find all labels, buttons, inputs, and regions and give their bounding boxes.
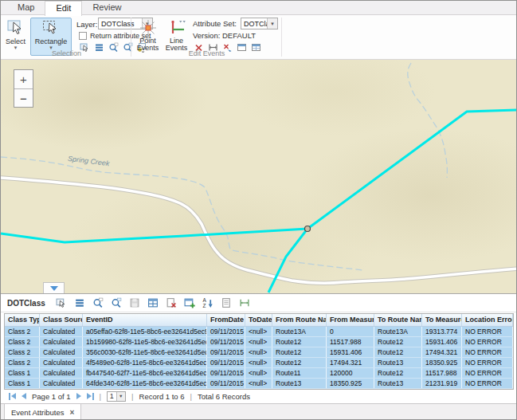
table-cell: Calculated: [40, 379, 83, 388]
column-header[interactable]: Location Error: [462, 314, 513, 326]
group-divider: [281, 18, 282, 57]
column-header[interactable]: From Measure: [327, 314, 374, 326]
route-event-northeast[interactable]: [307, 110, 517, 229]
column-header[interactable]: EventID: [83, 314, 207, 326]
table-cell: 0: [327, 327, 374, 336]
select-cursor-icon: [6, 18, 25, 37]
measure-icon[interactable]: [239, 297, 250, 308]
table-cell: Route12: [272, 347, 327, 357]
pan-to-selected-icon[interactable]: [111, 297, 122, 308]
tab-map[interactable]: Map: [7, 1, 45, 14]
table-cell: Class 2: [5, 337, 40, 347]
first-page-button[interactable]: [9, 393, 16, 400]
table-cell: fb447540-62f7-11e5-8bc6-ee32641d5ec9: [83, 368, 207, 378]
table-cell: 09/11/2015: [207, 337, 245, 347]
attribute-set-dropdown-arrow-icon[interactable]: ▼: [267, 18, 277, 29]
table-cell: 17494.321: [327, 358, 374, 367]
table-row[interactable]: Class 2Calculated4f5489e0-62f8-11e5-8bc6…: [5, 358, 513, 368]
selection-group-label: Selection: [17, 49, 116, 57]
table-cell: Route12: [272, 358, 327, 367]
route-junction-marker[interactable]: [305, 226, 311, 232]
creek-line: [1, 157, 363, 270]
next-page-button[interactable]: [76, 393, 81, 399]
table-cell: 64fde340-62f8-11e5-8bc6-ee32641d5ec9: [83, 379, 207, 388]
zoom-in-button[interactable]: +: [14, 70, 33, 88]
table-cell: <null>: [245, 347, 272, 357]
event-table: Class TypeClass SourceEventIDFromDateToD…: [4, 313, 514, 390]
table-cell: Class 2: [5, 327, 40, 336]
table-cell: 09/11/2015: [207, 327, 245, 336]
table-cell: 120000: [327, 368, 374, 378]
column-header[interactable]: To Route Name: [374, 314, 422, 326]
table-cell: 11517.988: [327, 337, 374, 347]
zoom-to-selected-icon[interactable]: [92, 297, 104, 308]
map-canvas[interactable]: Spring Creek + −: [1, 60, 517, 293]
page-status: Page 1 of 1: [32, 392, 71, 401]
page-number-value: 1: [108, 392, 116, 400]
table-cell: a05effa0-62f8-11e5-8bc6-ee32641d5ec9: [83, 327, 207, 336]
table-cell: NO ERROR: [462, 337, 513, 347]
table-cell: Calculated: [40, 327, 83, 336]
table-cell: Route11: [272, 368, 327, 378]
table-row[interactable]: Class 1Calculated64fde340-62f8-11e5-8bc6…: [5, 379, 513, 389]
table-cell: Route13A: [272, 327, 327, 336]
column-header[interactable]: ToDate: [245, 314, 272, 326]
table-row[interactable]: Class 2Calculated356c0030-62f8-11e5-8bc6…: [5, 347, 513, 358]
ribbon-tab-bar: Map Edit Review: [1, 1, 516, 15]
table-cell: 15931.406: [422, 337, 462, 347]
column-header[interactable]: Class Source: [40, 314, 83, 326]
event-attributes-panel: DOTClass: [1, 293, 517, 420]
report-page-icon[interactable]: [221, 297, 232, 308]
panel-collapse-button[interactable]: [43, 282, 65, 293]
last-page-button[interactable]: [87, 393, 94, 400]
table-cell: NO ERROR: [462, 368, 513, 378]
attribute-list-icon[interactable]: [74, 297, 85, 308]
table-cell: Route12: [374, 337, 422, 347]
page-dropdown-arrow-icon[interactable]: ▼: [116, 392, 126, 401]
close-tab-icon[interactable]: ×: [70, 408, 75, 417]
sort-icon[interactable]: AZ: [202, 297, 213, 308]
attribute-set-dropdown[interactable]: DOTClass ▼: [241, 18, 278, 29]
export-selected-icon[interactable]: [166, 297, 177, 308]
table-cell: NO ERROR: [462, 347, 513, 357]
previous-page-button[interactable]: [22, 393, 26, 399]
tab-event-attributes[interactable]: Event Attributes ×: [4, 404, 81, 420]
route-event-west[interactable]: [1, 229, 307, 242]
table-row[interactable]: Class 2Calculated1b159980-62f8-11e5-8bc6…: [5, 337, 513, 347]
table-cell: <null>: [245, 368, 272, 378]
table-cell: Class 1: [5, 379, 40, 388]
edit-events-group-label: Edit Events: [157, 49, 257, 57]
table-row[interactable]: Class 1Calculatedfb447540-62f7-11e5-8bc6…: [5, 368, 513, 379]
attribute-set-dropdown-value: DOTClass: [241, 20, 267, 28]
table-cell: Route12: [272, 337, 327, 347]
table-row[interactable]: Class 2Calculateda05effa0-62f8-11e5-8bc6…: [5, 327, 513, 337]
tab-edit[interactable]: Edit: [45, 1, 82, 16]
panel-toolbar: DOTClass: [1, 294, 517, 312]
select-tool-icon[interactable]: [56, 297, 67, 308]
table-cell: <null>: [245, 379, 272, 388]
column-header[interactable]: From Route Name: [272, 314, 327, 326]
table-cell: 18350.925: [327, 379, 374, 388]
table-cell: 18350.925: [422, 358, 462, 367]
column-header[interactable]: Class Type: [5, 314, 40, 326]
total-records-status: Total 6 Records: [198, 392, 250, 401]
layer-label: Layer:: [76, 20, 97, 29]
return-attribute-set-checkbox[interactable]: [79, 32, 87, 40]
table-cell: 356c0030-62f8-11e5-8bc6-ee32641d5ec9: [83, 347, 207, 357]
table-icon[interactable]: [147, 297, 159, 308]
tab-review[interactable]: Review: [82, 1, 131, 14]
road-line: [1, 178, 517, 283]
save-icon[interactable]: [129, 297, 140, 308]
record-range-status: Record 1 to 6: [139, 392, 185, 401]
table-cell: <null>: [245, 337, 272, 347]
table-cell: Calculated: [40, 337, 83, 347]
page-number-dropdown[interactable]: 1 ▼: [107, 391, 126, 402]
add-table-icon[interactable]: [184, 297, 195, 308]
table-cell: 21231.919: [422, 379, 462, 388]
pager-separator: |: [131, 392, 133, 401]
zoom-out-button[interactable]: −: [14, 88, 33, 107]
table-cell: 09/11/2015: [207, 358, 245, 367]
table-cell: 09/11/2015: [207, 347, 245, 357]
column-header[interactable]: To Measure: [422, 314, 462, 326]
column-header[interactable]: FromDate: [207, 314, 245, 326]
